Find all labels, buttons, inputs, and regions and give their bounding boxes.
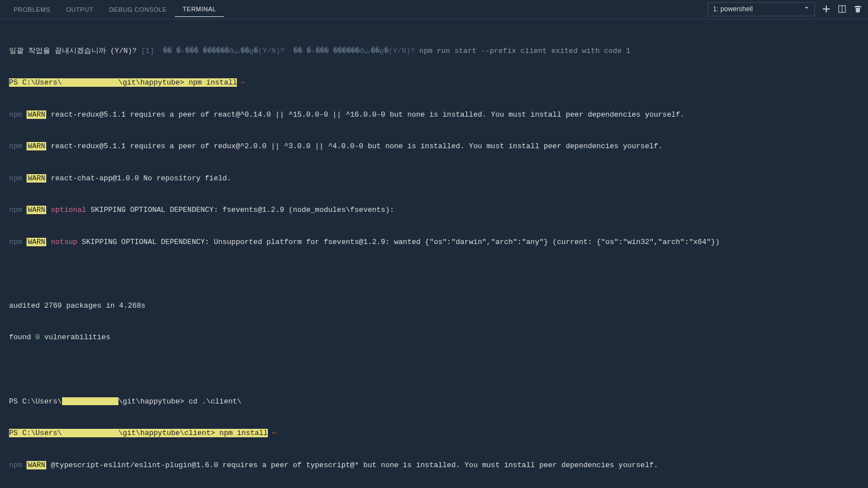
korean-prompt: 일괄 작업을 끝내시겠습니까 (Y/N)? <box>9 47 136 55</box>
arrow-icon: ← <box>241 78 246 87</box>
split-terminal-icon[interactable] <box>838 5 847 14</box>
terminal-dropdown-label: 1: powershell <box>713 5 753 14</box>
arrow-icon: ← <box>272 429 277 437</box>
tab-terminal[interactable]: TERMINAL <box>175 2 224 17</box>
tab-debug-console[interactable]: DEBUG CONSOLE <box>101 2 174 17</box>
tab-problems[interactable]: PROBLEMS <box>6 2 58 17</box>
exit-message: npm run start --prefix client exited wit… <box>419 47 630 55</box>
panel-tabs: PROBLEMS OUTPUT DEBUG CONSOLE TERMINAL 1… <box>0 0 868 19</box>
tab-output[interactable]: OUTPUT <box>58 2 101 17</box>
trash-icon[interactable] <box>853 5 862 14</box>
terminal-toolbar: 1: powershell <box>708 2 862 16</box>
prompt-3: PS C:\Users\\git\happytube\client> npm i… <box>9 429 268 437</box>
prompt-1: PS C:\Users\\git\happytube> npm install <box>9 78 237 87</box>
terminal-output[interactable]: 일괄 작업을 끝내시겠습니까 (Y/N)? [1] �� �۾��� �����… <box>0 19 868 488</box>
terminal-dropdown[interactable]: 1: powershell <box>708 2 815 16</box>
new-terminal-icon[interactable] <box>822 5 831 14</box>
garbled-text: [1] �� �۾��� ������ðٽ��ϱ�(Y/N)? �� �۾���… <box>141 47 415 55</box>
prompt-2: PS C:\Users\\git\happytube> cd .\client\ <box>9 397 859 407</box>
chevron-down-icon <box>803 5 810 14</box>
